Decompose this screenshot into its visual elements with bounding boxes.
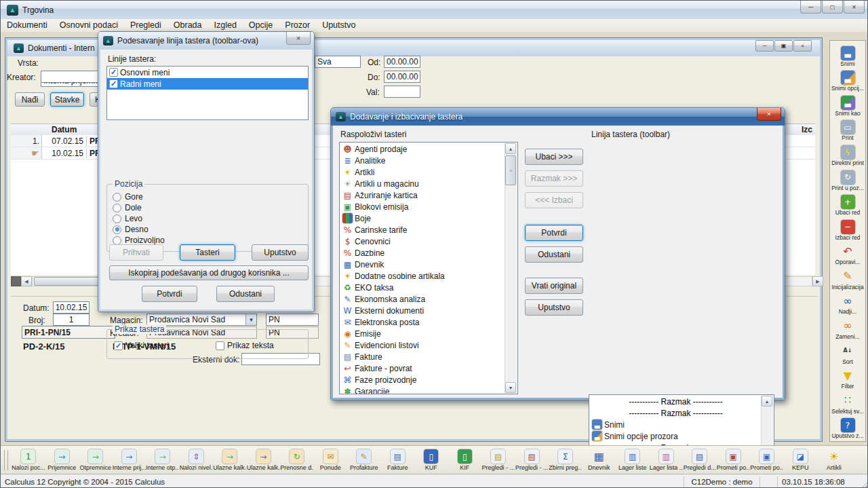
remove-button[interactable]: <<< Izbaci — [525, 192, 583, 208]
checkbox[interactable] — [109, 79, 118, 88]
toolbar-button[interactable]: ▣Prometi po... — [717, 449, 751, 471]
toolbar-button[interactable]: ✉Ponude — [314, 449, 348, 471]
sidebar-button-select-all[interactable]: ∷Selektuj sv... — [830, 392, 865, 417]
sidebar-button-sort[interactable]: A↓Sort — [830, 342, 865, 367]
close-button[interactable]: × — [844, 1, 865, 14]
position-option[interactable]: Desno — [113, 224, 302, 235]
list-item[interactable]: ✽Garancije — [340, 386, 505, 394]
list-item[interactable]: ☀Artikli u magacinu — [340, 178, 505, 189]
radio-button[interactable] — [113, 193, 121, 202]
scroll-right-button[interactable]: ▶ — [812, 276, 823, 286]
list-item[interactable]: ▤Ažuriranje kartica — [340, 189, 505, 201]
toolbar-button[interactable]: 1Nalozi poc... — [12, 449, 45, 471]
toolbar-button[interactable]: ▤Fakture — [381, 449, 415, 471]
sidebar-button-help[interactable]: ?Uputstvo z... — [830, 416, 865, 441]
scroll-down-button[interactable]: ▼ — [505, 382, 516, 393]
toolbar-button[interactable]: ▯KUF — [414, 449, 448, 471]
sidebar-button-undo[interactable]: ↶Oporavi... — [830, 243, 865, 268]
razmak-separator[interactable]: ----------- Razmak ----------- — [590, 407, 762, 419]
izc-header[interactable]: Izc — [802, 125, 812, 134]
radio-button[interactable] — [113, 236, 121, 245]
list-item[interactable]: $Cenovnici — [340, 236, 505, 247]
list-item[interactable]: ⌘Faze proizvodnje — [340, 374, 505, 386]
toolbar-button[interactable]: →Otpremnice — [79, 449, 113, 471]
close-button[interactable]: × — [757, 108, 781, 121]
datum-header[interactable]: Datum — [52, 125, 77, 134]
toolbar-button[interactable]: →Interne otp... — [146, 449, 180, 471]
sidebar-button-print[interactable]: ▭Print — [830, 119, 865, 144]
broj-field[interactable]: 1 — [53, 314, 90, 326]
val-field[interactable] — [384, 86, 420, 98]
list-item[interactable]: ☀Artikli — [340, 166, 505, 178]
copy-settings-button[interactable]: Iskopiraj podešavanja od drugog korisnik… — [109, 265, 309, 280]
list-item[interactable]: ✎Evidencioni listovi — [340, 339, 505, 351]
checkbox[interactable] — [114, 341, 123, 350]
find-button[interactable]: Nađi — [15, 92, 45, 107]
confirm-button[interactable]: Potvrdi — [525, 225, 583, 241]
toolbar-line-item[interactable]: Radni meni — [107, 78, 308, 90]
radio-button[interactable] — [113, 214, 121, 223]
toolbar-button[interactable]: ▥Lager lista ... — [650, 449, 684, 471]
toolbar-button[interactable]: ▤Pregledi - ... — [515, 449, 549, 471]
list-item[interactable]: ▃Snimi — [590, 419, 762, 430]
checkbox[interactable] — [109, 68, 118, 77]
list-item[interactable]: ✉Elektronska posta — [340, 316, 505, 328]
toolbar-button[interactable]: ΣZbirni preg... — [549, 449, 583, 471]
toolbar-line-item[interactable]: Osnovni meni — [107, 67, 308, 78]
list-item[interactable]: ☀Dodatne osobine artikala — [340, 270, 505, 282]
toolbar-button[interactable]: →Ulazne kalk... — [213, 449, 247, 471]
menu-item[interactable]: Dokumenti — [1, 19, 54, 32]
menu-item[interactable]: Obrada — [167, 19, 208, 32]
menu-item[interactable]: Opcije — [243, 19, 279, 32]
confirm-button[interactable]: Potvrdi — [142, 286, 197, 302]
restore-button[interactable]: ▣ — [774, 40, 793, 52]
help-button[interactable]: Uputstvo — [252, 244, 309, 261]
toolbar-button[interactable]: ◪KEPU — [784, 449, 818, 471]
close-button[interactable]: × — [793, 40, 812, 52]
toolbar-button[interactable]: ☀Artikli — [817, 449, 851, 471]
resize-grip[interactable] — [859, 480, 868, 488]
menu-item[interactable]: Osnovni podaci — [54, 19, 124, 32]
toolbar-button[interactable]: →Ulazne kalk... — [247, 449, 281, 471]
restore-original-button[interactable]: Vrati original — [525, 278, 583, 294]
minimize-button[interactable]: ─ — [755, 40, 774, 52]
list-item[interactable]: ▤Fakture — [340, 351, 505, 362]
sidebar-button-floppy[interactable]: ▃Snimi — [830, 44, 865, 69]
sidebar-button-row-del[interactable]: −Izbaci red — [830, 218, 865, 243]
menu-item[interactable]: Izgled — [208, 19, 243, 32]
toolbar-button[interactable]: ▥Lager liste — [616, 449, 650, 471]
list-item[interactable]: ▣Blokovi emisija — [340, 201, 505, 212]
sidebar-button-filter[interactable]: ▼Filter — [830, 367, 865, 392]
tasteri-button[interactable]: Tasteri — [180, 244, 235, 261]
toolbar-drag-handle[interactable] — [4, 450, 8, 470]
list-item[interactable]: ☻Agenti prodaje — [340, 143, 505, 155]
list-item[interactable]: ♻EKO taksa — [340, 282, 505, 293]
sidebar-button-init[interactable]: ✎Inicijalizacija — [830, 267, 865, 293]
toolbar-button[interactable]: ▣Prometi po... — [750, 449, 784, 471]
accept-button[interactable]: Prihvati — [109, 244, 163, 261]
sidebar-button-floppy-opts[interactable]: ▃Snimi opcij... — [830, 69, 865, 94]
list-item[interactable]: ↩Fakture - povrat — [340, 362, 505, 374]
toolbar-button[interactable]: ▦Dnevnik — [583, 449, 616, 471]
list-item[interactable]: Boje — [340, 212, 505, 224]
sidebar-button-print-direct[interactable]: ϟDirektni print — [830, 143, 865, 168]
sidebar-button-row-add[interactable]: +Ubaci red — [830, 193, 865, 218]
list-item[interactable]: WEksterni dokumenti — [340, 305, 505, 316]
toolbar-button[interactable]: ⇕Nalozi nivel... — [180, 449, 214, 471]
magacin-code-field[interactable]: PN — [266, 314, 319, 326]
menu-item[interactable]: Uputstvo — [316, 19, 361, 32]
datum-field[interactable]: 10.02.15 — [53, 301, 90, 314]
checkbox[interactable] — [216, 341, 224, 350]
scroll-left-button[interactable]: ◀ — [21, 276, 32, 286]
razmak-separator[interactable]: ----------- Razmak ----------- — [590, 396, 762, 407]
list-item[interactable]: ▃Snimi opcije prozora — [590, 430, 762, 442]
toolbar-button[interactable]: ↻Prenosne d... — [280, 449, 314, 471]
stavke-button[interactable]: Stavke — [50, 92, 84, 107]
maximize-button[interactable]: □ — [822, 1, 843, 14]
toolbar-button[interactable]: ▤Pregledi - ... — [481, 449, 515, 471]
splitter-handle[interactable] — [11, 276, 21, 286]
radio-button[interactable] — [113, 225, 121, 234]
list-item[interactable]: %Carinske tarife — [340, 224, 505, 236]
sva-field[interactable]: Sva — [315, 56, 361, 68]
toolbar-button[interactable]: →Prijemnice — [45, 449, 79, 471]
